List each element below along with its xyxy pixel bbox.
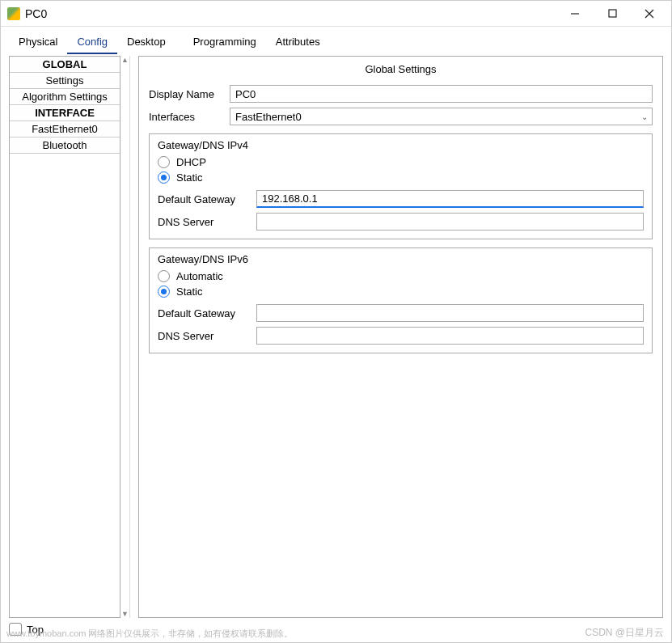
ipv6-automatic-radio[interactable] (158, 270, 170, 282)
window-title: PC0 (25, 7, 556, 20)
tab-desktop[interactable]: Desktop (117, 32, 175, 54)
display-name-input[interactable] (230, 85, 653, 103)
ipv6-static-label: Static (176, 286, 203, 298)
ipv4-dhcp-radio[interactable] (158, 156, 170, 168)
ipv6-static-radio[interactable] (158, 286, 170, 298)
sidebar-scrollbar[interactable]: ▲ ▼ (120, 56, 130, 618)
ipv4-default-gateway-input[interactable] (256, 190, 644, 208)
ipv4-dhcp-label: DHCP (176, 156, 206, 168)
ipv6-legend: Gateway/DNS IPv6 (158, 253, 644, 269)
ipv4-default-gateway-label: Default Gateway (158, 193, 256, 205)
top-checkbox[interactable] (9, 623, 22, 636)
top-label: Top (27, 624, 44, 636)
groupbox-ipv4: Gateway/DNS IPv4 DHCP Static Default Gat… (149, 133, 653, 239)
ipv6-dns-server-input[interactable] (256, 327, 644, 345)
window-body: Physical Config Desktop Programming Attr… (1, 27, 671, 618)
groupbox-ipv6: Gateway/DNS IPv6 Automatic Static Defaul… (149, 247, 653, 353)
ipv6-default-gateway-input[interactable] (256, 304, 644, 322)
interfaces-label: Interfaces (149, 111, 230, 123)
maximize-button[interactable] (594, 2, 631, 26)
sidebar-header-interface: INTERFACE (10, 105, 120, 121)
tabbar: Physical Config Desktop Programming Attr… (9, 32, 663, 54)
scroll-up-icon: ▲ (121, 56, 129, 64)
display-name-label: Display Name (149, 88, 230, 100)
panel-title: Global Settings (139, 57, 662, 82)
sidebar-header-global: GLOBAL (10, 57, 120, 73)
tab-config[interactable]: Config (67, 32, 117, 54)
tab-physical[interactable]: Physical (9, 32, 67, 54)
interfaces-select[interactable] (230, 108, 653, 125)
sidebar-item-bluetooth[interactable]: Bluetooth (10, 137, 120, 154)
ipv4-legend: Gateway/DNS IPv4 (158, 139, 644, 154)
minimize-button[interactable] (556, 2, 594, 26)
ipv6-default-gateway-label: Default Gateway (158, 307, 256, 319)
sidebar-item-algorithm-settings[interactable]: Algorithm Settings (10, 89, 120, 105)
svg-rect-1 (609, 10, 616, 17)
sidebar-list: GLOBAL Settings Algorithm Settings INTER… (9, 56, 120, 618)
ipv4-static-radio[interactable] (158, 171, 170, 184)
titlebar: PC0 (1, 1, 671, 27)
tab-programming[interactable]: Programming (184, 32, 266, 54)
sidebar-item-settings[interactable]: Settings (10, 73, 120, 89)
ipv6-automatic-label: Automatic (176, 270, 223, 282)
main-panel: Global Settings Display Name Interfaces … (138, 56, 663, 618)
sidebar: GLOBAL Settings Algorithm Settings INTER… (9, 56, 130, 618)
ipv4-static-label: Static (176, 171, 203, 184)
content-row: GLOBAL Settings Algorithm Settings INTER… (9, 56, 663, 618)
tab-attributes[interactable]: Attributes (266, 32, 330, 54)
ipv6-dns-server-label: DNS Server (158, 330, 256, 342)
scroll-down-icon: ▼ (121, 610, 129, 618)
ipv4-dns-server-input[interactable] (256, 213, 644, 231)
sidebar-item-fastethernet0[interactable]: FastEthernet0 (10, 121, 120, 137)
close-button[interactable] (631, 2, 668, 26)
bottom-bar: Top (1, 618, 671, 642)
app-icon (7, 7, 20, 20)
ipv4-dns-server-label: DNS Server (158, 216, 256, 228)
